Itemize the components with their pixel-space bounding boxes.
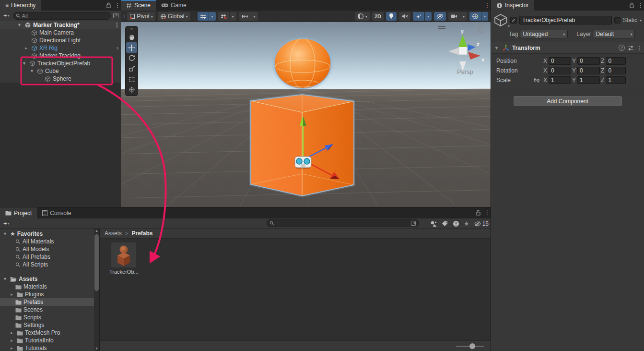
orientation-dropdown[interactable]: Global▾	[158, 12, 190, 21]
gameobject-icon[interactable]: ▾	[493, 13, 508, 27]
project-search-input[interactable]	[276, 220, 409, 226]
position-y-field[interactable]	[577, 57, 600, 65]
shading-mode-dropdown[interactable]: ▾	[355, 12, 370, 21]
hierarchy-item-marker-tracking[interactable]: Marker Tracking	[0, 52, 121, 60]
transform-component-header[interactable]: ▼ Transform ? ⋮	[491, 42, 644, 54]
tab-scene[interactable]: Scene	[121, 0, 156, 11]
scale-tool[interactable]	[126, 63, 137, 74]
hierarchy-item-cube[interactable]: ▼ Cube	[0, 67, 121, 75]
scale-x-field[interactable]	[549, 76, 571, 84]
tab-inspector[interactable]: Inspector	[491, 0, 534, 11]
expander-icon[interactable]: ▸	[23, 46, 29, 50]
lock-icon[interactable]	[476, 210, 481, 216]
toolbar-drag-handle[interactable]: ‖	[123, 14, 125, 19]
hierarchy-item-directional-light[interactable]: Directional Light	[0, 36, 121, 44]
transform-tool[interactable]	[126, 85, 137, 95]
asset-tile-trackerobjectprefab[interactable]: TrackerOb...	[109, 242, 138, 275]
grid-visibility-button[interactable]	[198, 12, 209, 21]
link-broken-icon[interactable]	[533, 77, 540, 83]
increment-snap-button[interactable]	[239, 12, 251, 21]
scrollbar-thumb[interactable]	[94, 234, 99, 291]
thumbnail-zoom-slider[interactable]	[456, 346, 484, 347]
hierarchy-item-main-camera[interactable]: Main Camera	[0, 29, 121, 36]
2d-toggle-button[interactable]: 2D	[372, 12, 384, 21]
search-picker-icon[interactable]	[410, 220, 416, 226]
folder-row-textmesh-pro[interactable]: ▸ TextMesh Pro	[0, 329, 94, 337]
import-log-icon[interactable]	[453, 220, 459, 227]
breadcrumb-assets[interactable]: Assets	[105, 230, 122, 237]
effects-dropdown[interactable]: ▾	[425, 12, 432, 21]
project-create-button[interactable]: +▾	[2, 220, 11, 227]
scene-visibility-toggle-button[interactable]	[434, 12, 446, 21]
tab-console[interactable]: Console	[37, 207, 76, 218]
gizmos-dropdown[interactable]: ▾	[481, 12, 488, 21]
active-checkbox[interactable]: ✓	[510, 17, 517, 24]
effects-toggle-button[interactable]	[413, 12, 424, 21]
folder-row-scripts[interactable]: Scripts	[0, 314, 94, 321]
scene-camera-button[interactable]	[448, 12, 460, 21]
expander-icon[interactable]: ▼	[29, 69, 35, 73]
folder-row-tutorialinfo[interactable]: ▸ TutorialInfo	[0, 337, 94, 344]
favorite-item-all-models[interactable]: All Models	[0, 245, 94, 253]
static-checkbox[interactable]	[614, 17, 621, 24]
help-icon[interactable]: ?	[619, 45, 625, 51]
folder-row-plugins[interactable]: ▸ Plugins	[0, 290, 94, 298]
hierarchy-item-sphere[interactable]: Sphere	[0, 75, 121, 83]
audio-toggle-button[interactable]	[399, 12, 410, 21]
pivot-dropdown[interactable]: Pivot▾	[127, 12, 155, 21]
lock-icon[interactable]	[629, 2, 634, 8]
hierarchy-item-xr-rig[interactable]: ▸ XR Rig ›	[0, 44, 121, 52]
snap-dropdown[interactable]: ▾	[230, 12, 236, 21]
grid-visibility-dropdown[interactable]: ▾	[209, 12, 216, 21]
folder-row-scenes[interactable]: Scenes	[0, 306, 94, 314]
add-component-button[interactable]: Add Component	[514, 96, 622, 106]
component-expander-icon[interactable]: ▼	[493, 46, 500, 50]
rotation-x-field[interactable]	[549, 67, 571, 74]
hierarchy-search[interactable]	[13, 12, 111, 20]
assets-root-row[interactable]: ▼ Assets	[0, 275, 94, 283]
project-search[interactable]	[267, 219, 419, 227]
search-by-type-icon[interactable]	[430, 220, 437, 227]
tab-project[interactable]: Project	[0, 207, 37, 218]
static-dropdown-icon[interactable]: ▾	[640, 18, 642, 23]
perspective-label[interactable]: Persp	[457, 68, 473, 75]
scene-menu-icon[interactable]: ⋮	[484, 2, 489, 9]
scale-z-field[interactable]	[606, 76, 626, 84]
scroll-down-icon[interactable]: ▼	[94, 346, 99, 351]
search-picker-icon[interactable]	[113, 12, 119, 19]
position-x-field[interactable]	[549, 57, 571, 65]
layer-dropdown[interactable]: Default▾	[593, 30, 635, 38]
component-menu-icon[interactable]: ⋮	[637, 45, 642, 51]
toolstrip-handle-icon[interactable]: ≡	[126, 27, 137, 32]
rotation-y-field[interactable]	[577, 67, 600, 74]
lock-icon[interactable]	[106, 2, 111, 8]
gizmos-toggle-button[interactable]	[469, 12, 481, 21]
move-tool[interactable]	[126, 42, 137, 53]
folder-row-settings[interactable]: Settings	[0, 321, 94, 329]
folder-row-materials[interactable]: Materials	[0, 283, 94, 290]
folder-row-tutorials[interactable]: ▸ Tutorials	[0, 344, 94, 351]
tag-dropdown[interactable]: Untagged▾	[520, 30, 568, 38]
favorites-header[interactable]: ▼ ★ Favorites	[0, 230, 94, 238]
breadcrumb-prefabs[interactable]: Prefabs	[131, 230, 152, 237]
position-z-field[interactable]	[606, 57, 626, 65]
favorites-star-icon[interactable]: ★	[464, 220, 469, 227]
hierarchy-search-input[interactable]	[22, 13, 108, 19]
scene-menu-icon[interactable]: ⋮	[114, 22, 119, 28]
object-name-field[interactable]	[519, 16, 612, 24]
scene-camera-dropdown[interactable]: ▾	[460, 12, 467, 21]
inspector-menu-icon[interactable]: ⋮	[638, 2, 643, 9]
hierarchy-create-button[interactable]: +▾	[2, 12, 11, 19]
search-by-label-icon[interactable]	[442, 220, 448, 227]
tab-game[interactable]: Game	[156, 0, 192, 11]
hierarchy-scene-row[interactable]: ▼ Marker Tracking* ⋮	[0, 21, 121, 29]
scroll-up-icon[interactable]: ▲	[94, 229, 99, 233]
project-tree-scrollbar[interactable]: ▲ ▼	[94, 229, 99, 351]
hierarchy-item-trackerobjectprefab[interactable]: ▼ TrackerObjectPrefab	[0, 60, 121, 67]
view-hand-tool[interactable]	[126, 32, 137, 42]
expander-icon[interactable]: ▼	[16, 23, 23, 27]
scene-viewport[interactable]: y z x Persp	[121, 22, 491, 207]
rotate-tool[interactable]	[126, 53, 137, 63]
expander-icon[interactable]: ▼	[21, 61, 27, 66]
hierarchy-menu-icon[interactable]: ⋮	[115, 2, 119, 9]
